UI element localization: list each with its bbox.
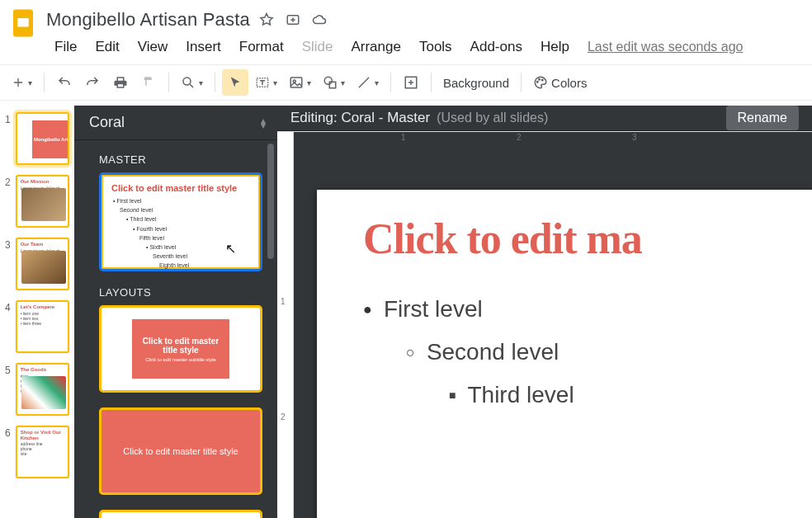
slide-thumb-1[interactable]: Mongibello Artisan Pasta [16, 112, 69, 165]
slide-number: 6 [5, 426, 11, 478]
menu-addons[interactable]: Add-ons [462, 35, 531, 59]
svg-point-12 [542, 79, 544, 81]
editor: Editing: Coral - Master (Used by all sli… [277, 106, 812, 518]
scrollbar[interactable] [267, 144, 274, 259]
svg-rect-5 [290, 78, 302, 87]
zoom-button[interactable]: ▾ [176, 69, 208, 96]
slide-canvas[interactable]: Click to edit ma First level Second leve… [317, 190, 812, 518]
redo-button[interactable] [79, 69, 106, 96]
slide-number: 1 [5, 112, 11, 165]
menu-slide: Slide [294, 35, 342, 59]
toolbar: ▾ ▾ ▾ ▾ ▾ ▾ Background Colors [0, 64, 812, 101]
background-button[interactable]: Background [438, 69, 514, 96]
cloud-icon[interactable] [311, 12, 328, 28]
slide-number: 3 [5, 238, 11, 290]
paint-format-button[interactable] [135, 69, 162, 96]
textbox-tool[interactable]: ▾ [250, 69, 282, 96]
rename-button[interactable]: Rename [726, 106, 799, 130]
layout-thumb-2[interactable]: Click to edit master title style [99, 407, 262, 495]
slide-number: 4 [5, 300, 11, 353]
menu-insert[interactable]: Insert [177, 35, 229, 59]
doc-title[interactable]: Mongibello Artisan Pasta [46, 9, 250, 31]
placeholder-tool[interactable] [398, 69, 424, 96]
master-thumb[interactable]: Click to edit master title style • First… [99, 172, 262, 271]
slide-thumb-5[interactable]: The Goodsitemitemitemitem [16, 363, 69, 416]
svg-rect-1 [17, 18, 29, 27]
svg-point-11 [539, 79, 541, 81]
slide-thumb-2[interactable]: Our MissionLorem ipsum dolor sit [16, 175, 69, 228]
menu-tools[interactable]: Tools [411, 35, 460, 59]
master-panel: Coral ▴▾ MASTER Click to edit master tit… [74, 106, 277, 518]
ruler-vertical[interactable]: 1 2 [277, 132, 294, 518]
used-by-label: (Used by all slides) [437, 111, 548, 125]
svg-rect-8 [329, 82, 336, 88]
layouts-section-label: LAYOUTS [99, 286, 262, 299]
image-tool[interactable]: ▾ [284, 69, 316, 96]
slide-thumb-4[interactable]: Let's Compare• item one• item two• item … [16, 300, 69, 353]
menu-edit[interactable]: Edit [87, 35, 127, 59]
new-slide-button[interactable]: ▾ [7, 69, 37, 96]
layout-thumb-3[interactable]: Click to edit master title style [99, 510, 262, 518]
menu-view[interactable]: View [130, 35, 177, 59]
shape-tool[interactable]: ▾ [318, 69, 350, 96]
slide-thumb-3[interactable]: Our TeamLorem ipsum dolor sit [16, 238, 69, 290]
move-icon[interactable] [285, 12, 301, 28]
layout-thumb-1[interactable]: Click to edit master title styleClick to… [99, 305, 262, 393]
ruler-horizontal[interactable]: 1 2 3 [277, 131, 812, 132]
menu-arrange[interactable]: Arrange [342, 35, 408, 59]
undo-button[interactable] [51, 69, 78, 96]
slide-number: 2 [5, 175, 11, 228]
star-icon[interactable] [258, 12, 275, 28]
svg-point-7 [324, 77, 332, 84]
menubar: File Edit View Insert Format Slide Arran… [46, 35, 799, 59]
select-tool[interactable] [222, 69, 248, 96]
theme-name[interactable]: Coral [89, 114, 125, 131]
master-title-placeholder[interactable]: Click to edit ma [363, 214, 812, 263]
slide-thumb-6[interactable]: Shop or Visit Our Kitchenaddress linepho… [16, 426, 69, 478]
slide-panel: 1 Mongibello Artisan Pasta 2 Our Mission… [0, 106, 74, 518]
slide-number: 5 [5, 363, 11, 416]
master-section-label: MASTER [99, 153, 262, 166]
menu-file[interactable]: File [46, 35, 85, 59]
svg-point-10 [537, 82, 539, 83]
menu-format[interactable]: Format [231, 35, 292, 59]
svg-point-3 [183, 78, 191, 85]
theme-dropdown-icon[interactable]: ▴▾ [261, 118, 266, 128]
master-body-placeholder[interactable]: First level Second level Third level [363, 296, 812, 408]
line-tool[interactable]: ▾ [352, 69, 384, 96]
menu-help[interactable]: Help [532, 35, 578, 59]
print-button[interactable] [107, 69, 134, 96]
editing-label: Editing: Coral - Master [290, 110, 430, 126]
last-edit-link[interactable]: Last edit was seconds ago [588, 40, 744, 54]
colors-button[interactable]: Colors [528, 69, 592, 96]
slides-logo[interactable] [7, 7, 40, 40]
